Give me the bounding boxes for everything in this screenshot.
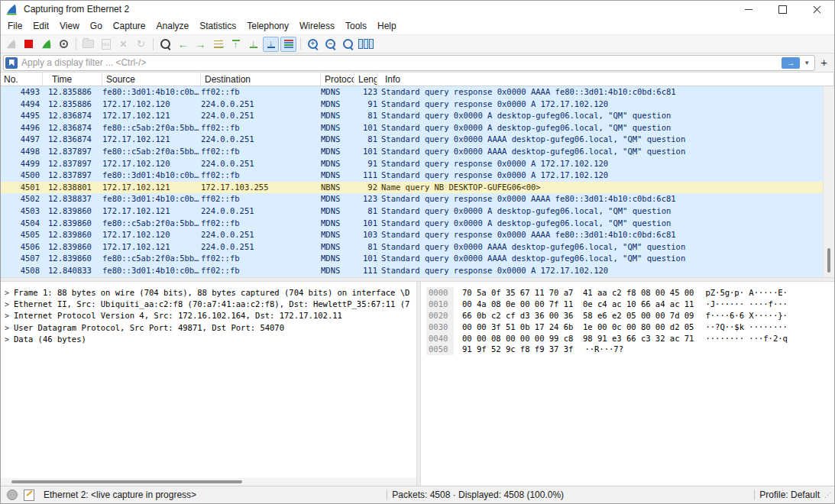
zoom-out-button[interactable]: − [322, 37, 338, 52]
menu-go[interactable]: Go [85, 18, 108, 34]
go-to-bottom-button[interactable]: ↓ [245, 37, 261, 52]
packet-row-4504[interactable]: 450412.839860fe80::c5ab:2f0a:5bb…ff02::f… [1, 218, 834, 230]
packet-row-4506[interactable]: 450612.839860172.17.102.121224.0.0.251MD… [1, 241, 834, 254]
hex-row-0030[interactable]: 003000 00 3f 51 0b 17 24 6b 1e 00 0c 00 … [421, 321, 834, 333]
hex-bytes[interactable]: 91 9f 52 9c f8 f9 37 3f [462, 344, 573, 354]
go-to-top-button[interactable]: ↑ [228, 37, 244, 52]
expand-chevron-icon[interactable]: > [5, 322, 14, 334]
profile-text[interactable]: Profile: Default [759, 489, 820, 500]
detail-line-1[interactable]: >Ethernet II, Src: Ubiquiti_aa:c2:f8 (70… [1, 299, 416, 310]
packet-row-4501[interactable]: 450112.838801172.17.102.121172.17.103.25… [1, 182, 834, 194]
filter-bookmark-icon[interactable] [5, 57, 18, 69]
packet-row-4500[interactable]: 450012.837897fe80::3d01:4b10:c0b…ff02::f… [1, 170, 834, 182]
start-capture-button[interactable] [3, 37, 19, 52]
column-header-length[interactable]: Length [354, 73, 377, 86]
display-filter-input[interactable] [20, 57, 782, 69]
close-button[interactable] [800, 1, 834, 18]
menu-help[interactable]: Help [372, 18, 402, 34]
packet-row-4497[interactable]: 449712.836874172.17.102.121224.0.0.251MD… [1, 134, 834, 146]
scrollbar-thumb[interactable] [11, 480, 242, 483]
minimize-button[interactable] [731, 1, 765, 18]
detail-line-3[interactable]: >User Datagram Protocol, Src Port: 49871… [1, 322, 416, 334]
packet-list-scrollbar[interactable] [823, 86, 834, 277]
go-forward-button[interactable]: → [193, 37, 209, 52]
packet-row-4503[interactable]: 450312.839860172.17.102.121224.0.0.251MD… [1, 205, 834, 218]
zoom-in-button[interactable]: + [305, 37, 321, 52]
hex-row-0020[interactable]: 002066 0b c2 cf d3 36 00 36 58 e6 e2 05 … [421, 310, 834, 321]
hex-row-0000[interactable]: 000070 5a 0f 35 67 11 70 a7 41 aa c2 f8 … [421, 287, 834, 299]
column-header-info[interactable]: Info [381, 73, 834, 86]
packet-row-4496[interactable]: 449612.836874fe80::c5ab:2f0a:5bb…ff02::f… [1, 122, 834, 134]
detail-line-0[interactable]: >Frame 1: 88 bytes on wire (704 bits), 8… [1, 287, 416, 299]
open-file-button[interactable] [80, 37, 96, 52]
packet-row-4499[interactable]: 449912.837897172.17.102.120224.0.0.251MD… [1, 158, 834, 170]
hex-bytes[interactable]: 00 4a 08 0e 00 00 7f 11 0e c4 ac 10 66 a… [462, 299, 694, 309]
column-header-protocol[interactable]: Protocol [321, 73, 354, 86]
maximize-button[interactable] [765, 1, 800, 18]
menu-telephony[interactable]: Telephony [241, 18, 294, 34]
add-filter-button[interactable]: + [815, 56, 832, 70]
menu-analyze[interactable]: Analyze [151, 18, 195, 34]
reload-file-button[interactable]: ↻ [133, 37, 149, 52]
hex-bytes[interactable]: 70 5a 0f 35 67 11 70 a7 41 aa c2 f8 08 0… [462, 288, 694, 297]
save-file-button[interactable]: 010 [98, 37, 114, 52]
packet-row-4507[interactable]: 450712.839860fe80::c5ab:2f0a:5bb…ff02::f… [1, 253, 834, 265]
column-header-destination[interactable]: Destination [201, 73, 321, 86]
auto-scroll-toggle[interactable]: ↓ [263, 37, 279, 52]
hex-row-0040[interactable]: 004000 00 08 00 00 00 99 c8 98 91 e3 66 … [421, 333, 834, 344]
menu-edit[interactable]: Edit [28, 18, 54, 34]
hex-ascii[interactable]: ········ ···f·2·q [705, 334, 787, 343]
hex-ascii[interactable]: ··R···7? [584, 344, 623, 354]
hex-row-0050[interactable]: 005091 9f 52 9c f8 f9 37 3f··R···7? [421, 344, 834, 355]
find-packet-button[interactable] [157, 37, 173, 52]
hex-ascii[interactable]: ·J······ ····f··· [705, 299, 787, 309]
expand-chevron-icon[interactable]: > [5, 310, 14, 321]
detail-line-4[interactable]: >Data (46 bytes) [1, 334, 416, 345]
restart-capture-button[interactable] [38, 37, 54, 52]
go-back-button[interactable]: ← [175, 37, 191, 52]
hex-bytes[interactable]: 00 00 08 00 00 00 99 c8 98 91 e3 66 c3 3… [462, 334, 694, 343]
column-header-source[interactable]: Source [102, 73, 201, 86]
menu-capture[interactable]: Capture [108, 18, 151, 34]
packet-row-4508[interactable]: 450812.840833fe80::3d01:4b10:c0b…ff02::f… [1, 265, 834, 277]
filter-dropdown-caret-icon[interactable]: ▼ [804, 60, 810, 66]
menu-file[interactable]: File [2, 18, 28, 34]
detail-line-2[interactable]: >Internet Protocol Version 4, Src: 172.1… [1, 310, 416, 321]
menu-wireless[interactable]: Wireless [294, 18, 340, 34]
stop-capture-button[interactable] [21, 37, 37, 52]
column-header-time[interactable]: Time [48, 73, 102, 86]
expand-chevron-icon[interactable]: > [5, 287, 14, 299]
display-filter-field[interactable]: → ▼ [3, 55, 815, 71]
capture-options-button[interactable] [56, 37, 72, 52]
hex-row-0010[interactable]: 001000 4a 08 0e 00 00 7f 11 0e c4 ac 10 … [421, 299, 834, 310]
resize-columns-button[interactable] [358, 37, 374, 52]
packet-row-4494[interactable]: 449412.835886172.17.102.120224.0.0.251MD… [1, 99, 834, 111]
expand-chevron-icon[interactable]: > [5, 334, 14, 345]
zoom-reset-button[interactable] [340, 37, 356, 52]
hex-bytes[interactable]: 00 00 3f 51 0b 17 24 6b 1e 00 0c 00 80 0… [462, 322, 694, 331]
packet-row-4495[interactable]: 449512.836874172.17.102.121224.0.0.251MD… [1, 110, 834, 122]
close-file-button[interactable]: ✕ [115, 37, 131, 52]
hex-ascii[interactable]: f····6·6 X·····}· [705, 311, 787, 320]
hex-ascii[interactable]: ··?Q··$k ········ [705, 322, 787, 331]
packet-row-4505[interactable]: 450512.839860172.17.102.120224.0.0.251MD… [1, 229, 834, 241]
go-to-packet-button[interactable]: → [210, 37, 226, 52]
packet-bytes-pane[interactable]: 000070 5a 0f 35 67 11 70 a7 41 aa c2 f8 … [421, 282, 834, 486]
apply-filter-button[interactable]: → [782, 57, 800, 69]
hex-bytes[interactable]: 66 0b c2 cf d3 36 00 36 58 e6 e2 05 00 0… [462, 311, 694, 320]
hex-ascii[interactable]: pZ·5g·p· A·····E· [705, 288, 787, 297]
scrollbar-thumb[interactable] [827, 248, 830, 273]
menu-statistics[interactable]: Statistics [194, 18, 241, 34]
packet-row-4502[interactable]: 450212.838837fe80::3d01:4b10:c0b…ff02::f… [1, 193, 834, 205]
packet-row-4498[interactable]: 449812.837897fe80::c5ab:2f0a:5bb…ff02::f… [1, 146, 834, 158]
expert-info-icon[interactable] [7, 489, 18, 500]
resize-grip-icon[interactable]: ⋰ [820, 491, 834, 499]
capture-comment-icon[interactable] [24, 489, 34, 501]
column-header-no[interactable]: No. [1, 73, 43, 86]
menu-view[interactable]: View [54, 18, 85, 34]
colorize-toggle[interactable] [280, 37, 296, 52]
details-horizontal-scrollbar[interactable] [1, 478, 416, 486]
packet-row-4493[interactable]: 449312.835886fe80::3d01:4b10:c0b…ff02::f… [1, 86, 834, 99]
expand-chevron-icon[interactable]: > [5, 299, 14, 310]
menu-tools[interactable]: Tools [340, 18, 372, 34]
